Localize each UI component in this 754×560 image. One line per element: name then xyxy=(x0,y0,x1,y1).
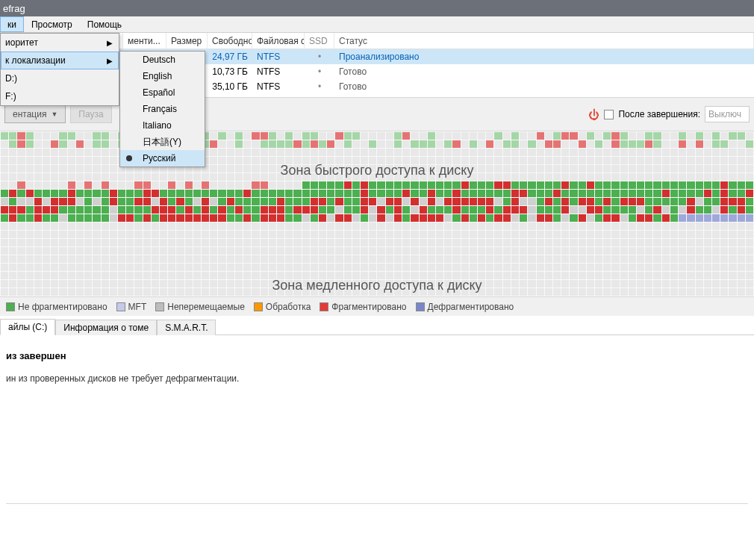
settings-submenu: иоритет ▶ к локализации ▶ D:) F:) xyxy=(0,33,119,106)
lang-japanese[interactable]: 日本語(Y) xyxy=(120,134,205,150)
menubar: ки Просмотр Помощь xyxy=(0,16,754,33)
legend-swatch-unmovable xyxy=(155,302,164,311)
defrag-map: Зона быстрого доступа к диску Зона медле… xyxy=(0,131,754,296)
power-icon: ⏻ xyxy=(588,108,599,121)
menu-priority-label: иоритет xyxy=(5,37,38,48)
drive-label-d[interactable]: D:) xyxy=(1,69,119,87)
chevron-down-icon: ▼ xyxy=(51,111,57,118)
window-title: efrag xyxy=(3,3,25,14)
col-size[interactable]: Размер xyxy=(166,33,208,49)
lang-deutsch[interactable]: Deutsch xyxy=(120,52,205,68)
chevron-right-icon: ▶ xyxy=(107,57,113,65)
legend: Не фрагментировано MFT Неперемещаемые Об… xyxy=(0,296,754,316)
after-completion-label: После завершения: xyxy=(618,109,700,119)
col-status[interactable]: Статус xyxy=(334,33,754,49)
col-filesystem[interactable]: Файловая с... xyxy=(252,33,305,49)
result-tabs: айлы (C:) Информация о томе S.M.A.R.T. xyxy=(0,317,754,335)
col-ssd[interactable]: SSD xyxy=(305,33,334,49)
legend-swatch-fragmented xyxy=(320,302,328,311)
menu-localization-label: к локализации xyxy=(5,55,66,66)
tab-files[interactable]: айлы (C:) xyxy=(0,319,55,335)
after-completion-combo[interactable]: Выключ xyxy=(705,106,750,122)
menu-localization[interactable]: к локализации ▶ xyxy=(1,52,119,69)
legend-swatch-mft xyxy=(116,302,125,311)
legend-swatch-processing xyxy=(254,302,263,311)
tab-smart[interactable]: S.M.A.R.T. xyxy=(157,320,216,335)
after-completion-checkbox[interactable] xyxy=(604,110,614,119)
chevron-right-icon: ▶ xyxy=(107,39,113,47)
legend-swatch-defragmented xyxy=(416,302,425,311)
menu-priority[interactable]: иоритет ▶ xyxy=(1,34,119,52)
window-titlebar: efrag xyxy=(0,0,754,16)
legend-swatch-green xyxy=(6,302,15,311)
lang-francais[interactable]: Français xyxy=(120,101,205,117)
lang-italiano[interactable]: Italiano xyxy=(120,117,205,134)
lang-english[interactable]: English xyxy=(120,68,205,84)
menu-help[interactable]: Помощь xyxy=(80,16,129,32)
language-submenu: Deutsch English Español Français Italian… xyxy=(119,51,205,167)
result-text: ин из проверенных дисков не требует дефр… xyxy=(6,373,748,384)
drive-label-f[interactable]: F:) xyxy=(1,87,119,105)
col-fragmentation[interactable]: менти... xyxy=(123,33,166,49)
col-free[interactable]: Свободно xyxy=(208,33,252,49)
result-heading: из завершен xyxy=(6,350,748,361)
lang-espanol[interactable]: Español xyxy=(120,84,205,101)
lang-russian[interactable]: Русский xyxy=(120,150,205,167)
defrag-button[interactable]: ентация ▼ xyxy=(4,105,66,123)
pause-button[interactable]: Пауза xyxy=(70,105,111,123)
menu-settings[interactable]: ки xyxy=(0,16,24,32)
tab-volume-info[interactable]: Информация о томе xyxy=(55,320,157,335)
result-pane: из завершен ин из проверенных дисков не … xyxy=(0,335,754,519)
menu-view[interactable]: Просмотр xyxy=(24,16,80,32)
